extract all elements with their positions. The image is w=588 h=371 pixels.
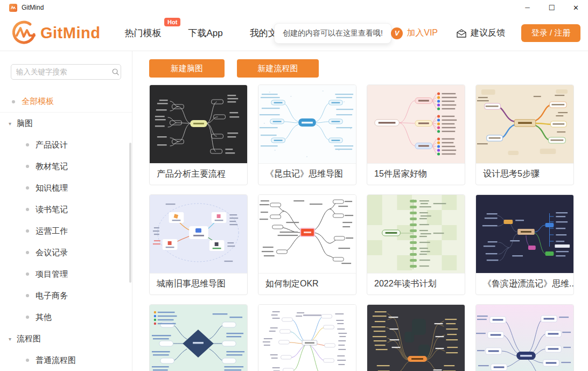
sidebar-item-all-templates[interactable]: 全部模板 — [0, 91, 132, 113]
sidebar-scrollbar[interactable] — [129, 143, 131, 283]
card-thumbnail-okr — [258, 195, 356, 273]
bullet-icon — [26, 359, 29, 362]
template-card[interactable]: 15件居家好物 — [367, 85, 465, 185]
card-thumbnail-chengnan — [150, 195, 247, 273]
header: GitMind 热门模板 Hot 下载App 我的文件 创建的内容可以在这里查看… — [0, 15, 588, 51]
new-mindmap-button[interactable]: 新建脑图 — [149, 59, 225, 78]
card-title: 产品分析主要流程 — [150, 163, 247, 185]
template-card[interactable] — [258, 304, 356, 371]
sidebar: 全部模板 ▾ 脑图 产品设计 教材笔记 知识梳理 读书笔记 运营工作 会议记 — [0, 51, 132, 371]
maximize-button[interactable]: ☐ — [540, 0, 564, 15]
my-files-tooltip: 创建的内容可以在这里查看哦! — [274, 23, 391, 44]
sidebar-group-flowchart[interactable]: ▾ 流程图 — [0, 328, 132, 349]
window-titlebar: GitMind ─ ☐ ✕ — [0, 0, 588, 15]
search-icon — [111, 68, 120, 76]
main-content: 新建脑图 新建流程图 — [132, 51, 588, 371]
envelope-icon — [456, 29, 467, 38]
card-thumbnail-charcoal-gold — [367, 305, 465, 371]
card-thumbnail-mint-diamond — [150, 305, 247, 371]
sidebar-item-knowledge[interactable]: 知识梳理 — [0, 177, 132, 199]
card-thumbnail-insect-mindmap — [258, 85, 356, 163]
hot-badge: Hot — [164, 18, 180, 26]
chevron-down-icon: ▾ — [9, 336, 11, 342]
card-thumbnail-robinson — [476, 195, 573, 273]
sidebar-item-ecommerce[interactable]: 电子商务 — [0, 285, 132, 306]
sidebar-item-operations[interactable]: 运营工作 — [0, 220, 132, 242]
sidebar-item-reading-notes[interactable]: 读书笔记 — [0, 199, 132, 220]
brand-name: GitMind — [40, 24, 100, 42]
sidebar-item-other[interactable]: 其他 — [0, 306, 132, 328]
card-thumbnail-multicolor — [258, 305, 356, 371]
new-flowchart-button[interactable]: 新建流程图 — [237, 59, 319, 78]
bullet-icon — [26, 208, 29, 211]
feedback-button[interactable]: 建议反馈 — [456, 27, 505, 39]
card-thumbnail-pink-teal — [476, 305, 573, 371]
template-grid: 产品分析主要流程 — [149, 85, 574, 371]
login-register-button[interactable]: 登录 / 注册 — [521, 24, 580, 42]
bullet-icon — [26, 143, 29, 146]
card-title: 《昆虫记》思维导图 — [258, 163, 356, 185]
vip-icon: V — [391, 27, 403, 39]
template-card[interactable] — [149, 304, 248, 371]
template-card[interactable]: 2022年读书计划 — [367, 194, 465, 295]
search-box[interactable] — [11, 64, 121, 80]
template-card[interactable] — [367, 304, 465, 371]
card-title: 城南旧事思维导图 — [150, 273, 247, 295]
sidebar-item-project-management[interactable]: 项目管理 — [0, 263, 132, 285]
template-card[interactable]: 产品分析主要流程 — [149, 85, 248, 185]
sidebar-item-product-design[interactable]: 产品设计 — [0, 134, 132, 156]
bullet-icon — [26, 294, 29, 297]
sidebar-group-mindmap[interactable]: ▾ 脑图 — [0, 113, 132, 134]
card-title: 如何制定OKR — [258, 273, 356, 295]
card-thumbnail-reading-plan — [367, 195, 465, 273]
template-card[interactable] — [475, 304, 574, 371]
sidebar-item-basic-flowchart[interactable]: 普通流程图 — [0, 349, 132, 371]
card-title: 《鲁滨逊漂流记》思维... — [476, 273, 573, 295]
card-thumbnail-home-goods — [367, 85, 465, 163]
bullet-icon — [12, 100, 15, 103]
app-icon — [9, 4, 17, 12]
gitmind-logo-icon — [11, 20, 37, 46]
card-title: 15件居家好物 — [367, 163, 465, 185]
template-card[interactable]: 城南旧事思维导图 — [149, 194, 248, 295]
bullet-icon — [26, 316, 29, 319]
card-title: 2022年读书计划 — [367, 273, 465, 295]
bullet-icon — [26, 186, 29, 190]
join-vip-button[interactable]: V 加入VIP — [391, 27, 438, 39]
card-title: 设计思考5步骤 — [476, 163, 573, 185]
template-card[interactable]: 如何制定OKR — [258, 194, 356, 295]
gitmind-logo[interactable]: GitMind — [11, 20, 100, 46]
chevron-down-icon: ▾ — [9, 121, 11, 127]
template-card[interactable]: 《昆虫记》思维导图 — [258, 85, 356, 185]
template-card[interactable]: 《鲁滨逊漂流记》思维... — [475, 194, 574, 295]
search-input[interactable] — [16, 68, 111, 76]
bullet-icon — [26, 251, 29, 254]
window-title: GitMind — [22, 4, 44, 11]
sidebar-item-textbook-notes[interactable]: 教材笔记 — [0, 156, 132, 177]
close-button[interactable]: ✕ — [564, 0, 588, 15]
bullet-icon — [26, 272, 29, 276]
template-category-list: 全部模板 ▾ 脑图 产品设计 教材笔记 知识梳理 读书笔记 运营工作 会议记 — [0, 91, 132, 371]
minimize-button[interactable]: ─ — [515, 0, 540, 15]
template-card[interactable]: 设计思考5步骤 — [475, 85, 574, 185]
nav-download-app[interactable]: 下载App — [188, 27, 222, 39]
bullet-icon — [26, 229, 29, 233]
card-thumbnail-design-thinking — [476, 85, 573, 163]
sidebar-item-meeting-minutes[interactable]: 会议记录 — [0, 242, 132, 263]
nav-hot-templates[interactable]: 热门模板 Hot — [124, 27, 161, 39]
bullet-icon — [26, 165, 29, 168]
card-thumbnail-dark-mindmap — [150, 85, 247, 163]
